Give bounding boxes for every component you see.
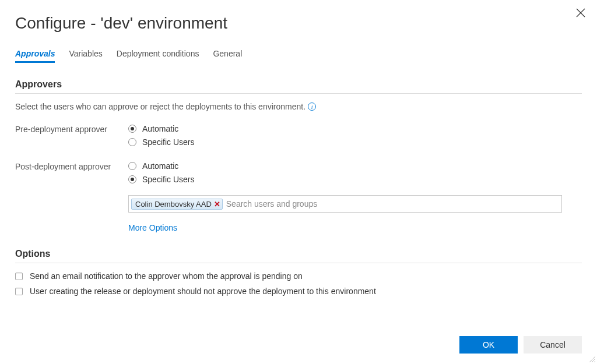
radio-icon [128,138,136,146]
pre-radio-specific[interactable]: Specific Users [128,137,582,147]
dialog-title: Configure - 'dev' environment [15,14,582,33]
option-email-notification[interactable]: Send an email notification to the approv… [15,271,582,281]
options-heading: Options [15,249,582,263]
radio-label: Automatic [142,124,178,133]
checkbox-label: Send an email notification to the approv… [30,271,303,281]
user-chip: Colin Dembovsky AAD ✕ [131,199,223,210]
user-search-field[interactable]: Colin Dembovsky AAD ✕ [128,195,562,213]
ok-button[interactable]: OK [459,336,518,354]
post-radio-automatic[interactable]: Automatic [128,161,582,171]
tab-bar: Approvals Variables Deployment condition… [15,49,582,63]
tab-general[interactable]: General [213,49,242,63]
cancel-button[interactable]: Cancel [524,336,582,354]
radio-label: Specific Users [142,175,194,184]
remove-user-icon[interactable]: ✕ [214,200,220,208]
post-deployment-row: Post-deployment approver Automatic Speci… [15,161,582,188]
user-chip-label: Colin Dembovsky AAD [135,200,212,208]
checkbox-icon [15,273,23,280]
approvers-help: Select the users who can approve or reje… [15,102,582,111]
more-options-link[interactable]: More Options [128,223,177,232]
radio-icon [128,175,136,183]
approvers-heading: Approvers [15,79,582,94]
pre-deployment-label: Pre-deployment approver [15,124,128,134]
radio-label: Automatic [142,161,178,171]
configure-environment-dialog: Configure - 'dev' environment Approvals … [0,0,597,296]
pre-deployment-row: Pre-deployment approver Automatic Specif… [15,124,582,151]
radio-icon [128,162,136,170]
user-search-input[interactable] [223,196,561,212]
radio-icon [128,125,136,133]
option-creator-restrict[interactable]: User creating the release or deployment … [15,287,582,296]
post-radio-specific[interactable]: Specific Users [128,175,582,184]
close-icon[interactable] [576,8,588,20]
tab-approvals[interactable]: Approvals [15,49,55,63]
dialog-footer: OK Cancel [459,336,582,354]
tab-deployment-conditions[interactable]: Deployment conditions [117,49,199,63]
pre-radio-automatic[interactable]: Automatic [128,124,582,133]
checkbox-icon [15,288,23,295]
tab-variables[interactable]: Variables [69,49,102,63]
svg-line-4 [594,361,595,362]
post-deployment-label: Post-deployment approver [15,161,128,171]
info-icon[interactable]: i [308,103,316,111]
resize-grip-icon[interactable] [588,355,596,363]
radio-label: Specific Users [142,137,194,147]
approvers-help-text: Select the users who can approve or reje… [15,102,305,111]
checkbox-label: User creating the release or deployment … [30,287,376,296]
